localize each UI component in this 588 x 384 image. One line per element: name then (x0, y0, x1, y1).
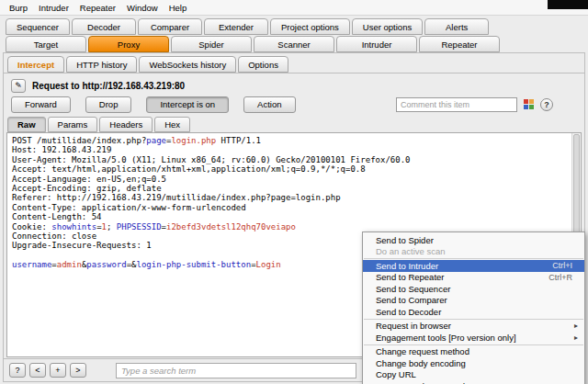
action-button[interactable]: Action (243, 96, 295, 113)
code-token: admin (57, 260, 82, 269)
menu-item-label: Request in browser (376, 321, 451, 331)
menu-item-label: Change request method (376, 346, 469, 356)
menu-item-request-in-browser[interactable]: Request in browser▸ (363, 321, 584, 333)
code-token: username (12, 260, 51, 269)
menu-item-copy-url[interactable]: Copy URL (363, 369, 584, 381)
tab-comparer[interactable]: Comparer (138, 18, 202, 35)
request-line: Content-Length: 54 (12, 212, 568, 221)
menu-item-engagement-tools-pro-version-only[interactable]: Engagement tools [Pro version only]▸ (363, 332, 584, 344)
request-line: Host: 192.168.43.219 (12, 145, 568, 154)
menu-item-label: Send to Sequencer (376, 284, 450, 294)
context-menu: Send to SpiderDo an active scanSend to I… (362, 232, 585, 384)
menu-item-label: Send to Repeater (376, 272, 444, 282)
code-token: User-Agent: Mozilla/5.0 (X11; Linux x86_… (12, 155, 410, 164)
request-line: User-Agent: Mozilla/5.0 (X11; Linux x86_… (12, 155, 568, 164)
request-line: Accept-Language: en-US,en;q=0.5 (12, 175, 568, 184)
menu-item-label: Change body encoding (376, 358, 466, 368)
tab-repeater[interactable]: Repeater (419, 36, 500, 52)
menu-item-change-request-method[interactable]: Change request method (363, 346, 584, 358)
tab-proxy[interactable]: Proxy (88, 36, 169, 52)
menu-separator (364, 344, 583, 345)
code-token: login-php-submit-button (137, 260, 252, 269)
main-tabs-row-1: SequencerDecoderComparerExtenderProject … (6, 18, 489, 35)
menu-intruder[interactable]: Intruder (33, 1, 74, 15)
menu-item-label: Send to Intruder (376, 261, 438, 271)
menu-item-label: Send to Decoder (376, 307, 441, 317)
intercept-toolbar: Forward Drop Intercept is on Action ? (11, 96, 577, 113)
request-line: Referer: http://192.168.43.219/mutillida… (12, 193, 568, 202)
code-token: Content-Length: 54 (12, 212, 102, 221)
tab-extender[interactable]: Extender (204, 18, 268, 35)
tab-project-options[interactable]: Project options (270, 18, 350, 35)
menu-item-send-to-spider[interactable]: Send to Spider (363, 234, 584, 246)
intercept-toggle-button[interactable]: Intercept is on (146, 96, 229, 113)
menu-item-send-to-repeater[interactable]: Send to RepeaterCtrl+R (363, 272, 584, 284)
code-token: login.php (171, 136, 216, 145)
menu-separator (364, 319, 583, 320)
tab-scanner[interactable]: Scanner (254, 36, 334, 52)
menu-burp[interactable]: Burp (4, 1, 33, 15)
comment-input[interactable] (396, 97, 517, 112)
tab-target[interactable]: Target (6, 36, 86, 52)
search-help-button[interactable]: ? (9, 363, 26, 378)
request-line: Content-Type: application/x-www-form-url… (12, 203, 568, 212)
code-token: ; (107, 222, 117, 232)
tab-decoder[interactable]: Decoder (72, 18, 136, 35)
search-options-button[interactable]: + (50, 363, 66, 378)
menu-item-label: Engagement tools [Pro version only] (376, 333, 516, 343)
code-token: Accept: text/html,application/xhtml+xml,… (12, 164, 366, 174)
drop-button[interactable]: Drop (85, 96, 132, 113)
edit-request-icon[interactable]: ✎ (11, 79, 26, 93)
menu-item-label: Send to Spider (376, 235, 434, 245)
tab-alerts[interactable]: Alerts (424, 18, 489, 35)
message-editor-tabs: RawParamsHeadersHex (7, 117, 190, 132)
code-token: page (146, 136, 166, 145)
tab-intruder[interactable]: Intruder (336, 36, 417, 52)
search-prev-match-button[interactable]: < (29, 363, 46, 378)
divider (4, 73, 584, 73)
search-next-match-button[interactable]: > (70, 363, 86, 378)
editor-tab-hex[interactable]: Hex (154, 117, 190, 132)
request-line: Cookie: showhints=1; PHPSESSID=i2befd3vd… (12, 222, 568, 232)
menu-item-do-an-active-scan: Do an active scan (363, 246, 584, 258)
submenu-arrow-icon: ▸ (574, 322, 578, 330)
menu-item-copy-as-curl-command[interactable]: Copy as curl command (363, 380, 584, 384)
code-token: Referer: http://192.168.43.219/mutillida… (12, 193, 341, 202)
editor-tab-raw[interactable]: Raw (7, 117, 46, 132)
menu-bar: BurpIntruderRepeaterWindowHelp (0, 0, 588, 16)
subtab-options[interactable]: Options (238, 56, 288, 73)
menu-separator (364, 258, 583, 259)
submenu-arrow-icon: ▸ (574, 333, 578, 342)
menu-item-send-to-intruder[interactable]: Send to IntruderCtrl+I (363, 260, 584, 272)
menu-item-send-to-comparer[interactable]: Send to Comparer (363, 295, 584, 307)
search-input[interactable] (116, 363, 356, 378)
code-token: PHPSESSID (117, 222, 162, 232)
menu-repeater[interactable]: Repeater (74, 1, 121, 15)
editor-tab-headers[interactable]: Headers (99, 117, 153, 132)
tab-user-options[interactable]: User options (352, 18, 423, 35)
menu-item-send-to-decoder[interactable]: Send to Decoder (363, 306, 584, 318)
code-token: Connection: close (12, 232, 96, 241)
tab-sequencer[interactable]: Sequencer (6, 18, 70, 35)
titlebar-fragment (548, 0, 588, 9)
subtab-websockets-history[interactable]: WebSockets history (139, 56, 236, 73)
request-line: Accept: text/html,application/xhtml+xml,… (12, 164, 568, 174)
help-icon[interactable]: ? (540, 98, 553, 111)
code-token: password (86, 260, 126, 269)
forward-button[interactable]: Forward (11, 96, 71, 113)
request-line: Accept-Encoding: gzip, deflate (12, 184, 568, 193)
menu-shortcut: Ctrl+I (552, 261, 578, 270)
menu-help[interactable]: Help (164, 1, 193, 15)
code-token: i2befd3vdetsl12qhq70veiapo (166, 222, 296, 232)
proxy-subtabs: InterceptHTTP historyWebSockets historyO… (7, 56, 288, 73)
subtab-http-history[interactable]: HTTP history (66, 56, 137, 73)
editor-tab-params[interactable]: Params (48, 117, 98, 132)
menu-item-label: Send to Comparer (376, 295, 447, 305)
highlight-color-picker-icon[interactable] (523, 98, 535, 110)
tab-spider[interactable]: Spider (171, 36, 252, 52)
menu-item-send-to-sequencer[interactable]: Send to Sequencer (363, 283, 584, 295)
search-buttons: ?<+> (9, 363, 86, 378)
menu-window[interactable]: Window (121, 1, 164, 15)
subtab-intercept[interactable]: Intercept (7, 56, 64, 73)
menu-item-change-body-encoding[interactable]: Change body encoding (363, 357, 584, 369)
